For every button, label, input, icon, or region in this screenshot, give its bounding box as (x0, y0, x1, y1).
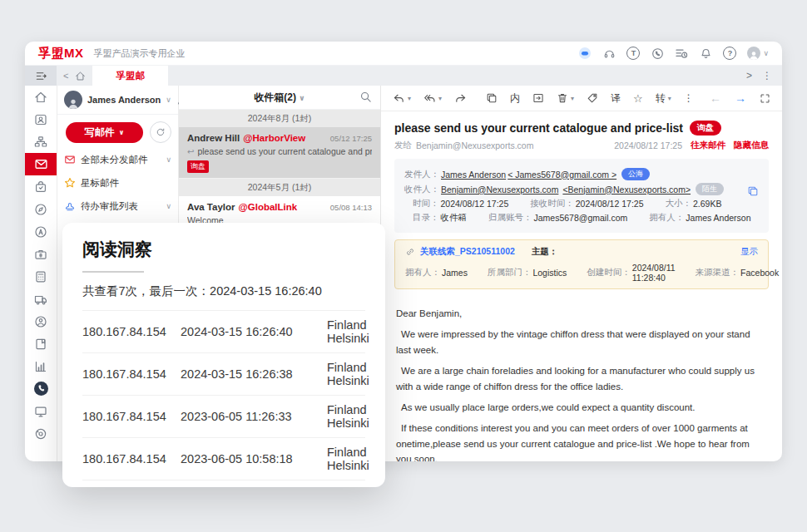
tab-scroll-next-icon[interactable]: > (746, 70, 752, 81)
rail-item-org[interactable] (25, 131, 57, 153)
fullscreen-icon[interactable] (760, 93, 770, 104)
transfer-button[interactable]: 转 ▾ (656, 91, 671, 106)
search-icon[interactable] (359, 91, 372, 103)
chevron-down-icon: ∨ (166, 156, 171, 164)
rail-item-orders[interactable] (25, 175, 57, 198)
rail-item-customer-service[interactable] (25, 310, 57, 332)
account-menu[interactable]: ∨ (747, 47, 769, 60)
account-switcher[interactable]: James Anderson ∨ (57, 86, 178, 115)
more-actions-button[interactable]: ⋮ (684, 92, 694, 104)
timer-icon[interactable]: T (626, 47, 640, 60)
reply-button[interactable]: ▾ (393, 92, 411, 105)
lead-id-link[interactable]: 关联线索_PS210511002 (420, 246, 515, 258)
next-mail-icon[interactable]: → (735, 91, 746, 105)
rail-item-discovery[interactable] (25, 198, 57, 220)
ai-assistant-icon[interactable] (578, 47, 592, 60)
star-button[interactable]: ☆ (633, 92, 643, 105)
rail-item-documents[interactable] (25, 332, 57, 355)
rail-item-contacts[interactable] (25, 108, 57, 131)
refresh-button[interactable] (150, 121, 171, 143)
inquiry-badge: 询盘 (690, 121, 721, 135)
rail-item-video[interactable] (25, 400, 57, 422)
insight-row: 180.167.84.154 2023-06-01 10:55:06 Finla… (82, 480, 365, 487)
copy-mail-button[interactable] (486, 92, 498, 104)
lead-show-link[interactable]: 显示 (740, 246, 758, 258)
popup-title: 阅读洞察 (82, 238, 365, 261)
delete-button[interactable]: ▾ (557, 92, 574, 104)
replied-icon: ↩ (187, 147, 194, 156)
hide-info-link[interactable]: 隐藏信息 (734, 140, 769, 151)
mail-list-item[interactable]: Andrew Hill @HarborView 05/12 17:25 ↩ pl… (179, 127, 380, 179)
account-avatar (64, 91, 82, 109)
topbar-icons: T ? ∨ (578, 47, 769, 60)
stranger-badge: 陌生 (696, 183, 724, 195)
tab-more-icon[interactable]: ⋮ (762, 70, 772, 81)
translate-button[interactable]: 译 (611, 91, 621, 106)
user-avatar (747, 47, 760, 60)
folder-all-undistributed[interactable]: 全部未分发邮件 ∨ (57, 148, 178, 171)
nav-back-icon[interactable]: < (63, 71, 68, 81)
rail-item-analytics[interactable] (25, 355, 57, 377)
from-email[interactable]: < James5678@gmail.com > (507, 170, 616, 180)
rail-item-mail[interactable] (25, 153, 57, 175)
read-time: 2023-06-05 10:58:18 (181, 452, 327, 466)
visitor-ip: 180.167.84.154 (82, 325, 181, 338)
help-icon[interactable]: ? (723, 47, 736, 60)
sent-to-address: Benjamin@Nexusexports.com (416, 140, 533, 150)
divider (82, 271, 144, 273)
top-bar: 孚盟MX 孚盟产品演示专用企业 T ? (25, 42, 782, 66)
read-location: Finland Helsinki (327, 361, 369, 387)
account-name: James Anderson (87, 95, 161, 105)
reply-all-button[interactable]: ▾ (423, 92, 442, 105)
mail-date: 2024/08/12 17:25 (614, 140, 682, 150)
rail-item-home[interactable] (25, 86, 57, 108)
to-email[interactable]: <Benjamin@Nexusexports.com> (562, 185, 691, 195)
chevron-down-icon: ∨ (166, 96, 171, 104)
visitor-ip: 180.167.84.154 (82, 452, 181, 466)
phone-contact-icon[interactable] (651, 47, 664, 60)
date-group-header: 2024年8月 (1封) (179, 110, 380, 127)
reading-insights-popup: 阅读洞察 共查看7次，最后一次：2024-03-15 16:26:40 180.… (62, 223, 385, 487)
visitor-ip: 180.167.84.154 (82, 410, 181, 423)
home-icon[interactable] (75, 71, 86, 81)
history-list-icon[interactable] (675, 47, 688, 60)
chevron-down-icon: ∨ (119, 129, 125, 136)
mail-subject: please send us your current catalogue an… (394, 121, 683, 135)
to-name[interactable]: Benjamin@Nexusexports.com (441, 185, 558, 195)
chevron-down-icon: ∨ (166, 203, 171, 210)
compose-button[interactable]: 写邮件 ∨ (66, 122, 143, 143)
mail-body: Dear Benjamin, We were impressed by the … (394, 289, 769, 461)
tag-button[interactable] (587, 92, 598, 104)
forward-button[interactable] (454, 92, 467, 105)
rail-item-settings[interactable] (25, 422, 57, 445)
insight-row: 180.167.84.154 2024-03-15 16:26:38 Finla… (82, 352, 365, 395)
mailbox-selector[interactable]: 收件箱(2) ∨ (254, 91, 304, 105)
prev-mail-icon[interactable]: ← (710, 91, 721, 105)
copy-meta-icon[interactable] (747, 185, 759, 197)
tab-mail-app[interactable]: 孚盟邮 (92, 66, 168, 86)
insights-table: 180.167.84.154 2024-03-15 16:26:40 Finla… (82, 310, 365, 487)
mail-toolbar: ▾ ▾ 内 ▾ (381, 86, 782, 111)
thread-mails-link[interactable]: 往来邮件 (691, 140, 725, 151)
from-name[interactable]: James Anderson (441, 170, 506, 180)
folder-starred[interactable]: 星标邮件 (57, 171, 178, 195)
rail-item-logistics[interactable] (25, 288, 57, 310)
insight-row: 180.167.84.154 2023-06-05 11:26:33 Finla… (82, 395, 365, 437)
read-time: 2024-03-15 16:26:38 (181, 367, 327, 381)
internal-forward-button[interactable]: 内 (510, 91, 520, 106)
module-rail (25, 86, 57, 461)
rail-item-marketing[interactable] (25, 220, 57, 243)
rail-item-call-center[interactable] (25, 377, 57, 400)
collapse-sidebar-icon[interactable] (25, 66, 57, 86)
folder-approval-list[interactable]: 待办审批列表 ∨ (57, 195, 178, 218)
visitor-ip: 180.167.84.154 (82, 367, 181, 381)
rail-item-finance[interactable] (25, 243, 57, 265)
read-location: Finland Helsinki (327, 446, 369, 472)
read-time: 2024-03-15 16:26:40 (181, 325, 327, 338)
insight-row: 180.167.84.154 2024-03-15 16:26:40 Finla… (82, 310, 365, 352)
bell-icon[interactable] (699, 47, 712, 60)
move-to-folder-button[interactable] (532, 92, 544, 104)
headset-icon[interactable] (602, 47, 616, 60)
app-logo: 孚盟MX (38, 46, 84, 62)
rail-item-billing[interactable] (25, 265, 57, 288)
